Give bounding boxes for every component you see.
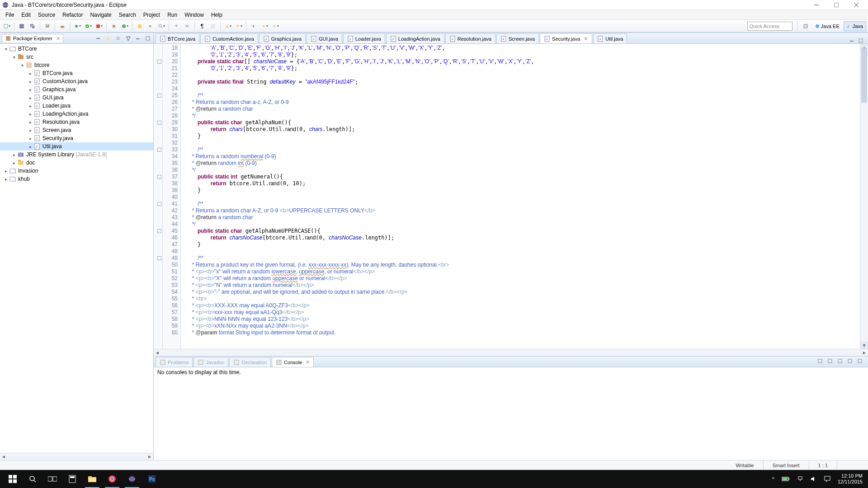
editor-hscroll[interactable]: ◄► (154, 349, 868, 356)
tree-expand-icon[interactable]: ▸ (27, 71, 33, 76)
new-button[interactable] (2, 21, 12, 31)
tray-battery-icon[interactable] (782, 476, 790, 482)
editor-marker-ruler[interactable] (154, 44, 163, 349)
collapse-all-icon[interactable] (94, 35, 102, 42)
maximize-view-icon[interactable] (144, 35, 151, 42)
bottom-tab-javadoc[interactable]: Javadoc (193, 357, 228, 367)
close-button[interactable] (850, 1, 863, 9)
open-task-button[interactable] (146, 21, 156, 31)
tree-node[interactable]: ▸JRE System Library [JavaSE-1.8] (0, 150, 153, 159)
min-icon[interactable] (847, 358, 854, 366)
search-taskbar-icon[interactable] (23, 470, 42, 488)
sidebar-hscroll[interactable]: ◄► (0, 453, 153, 460)
editor-tab[interactable]: JSecurity.java✕ (540, 33, 592, 43)
tree-node[interactable]: ▸khub (0, 175, 153, 183)
menu-file[interactable]: File (2, 11, 18, 19)
perspective-java[interactable]: JJava (844, 21, 866, 31)
search-button[interactable] (156, 21, 166, 31)
tree-node[interactable]: ▸JBTCore.java (0, 69, 153, 77)
menu-navigate[interactable]: Navigate (86, 11, 115, 19)
fold-toggle-icon[interactable]: - (157, 121, 161, 125)
save-button[interactable] (17, 21, 27, 31)
tree-expand-icon[interactable]: ▸ (27, 87, 33, 92)
editor-tab[interactable]: JBTCore.java (156, 33, 199, 43)
minimize-editor-icon[interactable] (849, 38, 855, 43)
start-button[interactable] (3, 470, 23, 488)
close-tab-icon[interactable]: ✕ (584, 36, 588, 42)
photoshop-taskbar-icon[interactable]: Ps (142, 470, 162, 488)
block-select-button[interactable] (208, 21, 218, 31)
bottom-tab-console[interactable]: Console✕ (272, 357, 314, 367)
tree-expand-icon[interactable]: ▸ (27, 79, 33, 84)
task-view-icon[interactable] (42, 470, 62, 488)
tree-node[interactable]: ▾src (0, 53, 153, 61)
close-tab-icon[interactable]: ✕ (306, 359, 310, 365)
editor-tab[interactable]: JResolution.java (445, 33, 495, 43)
tree-node[interactable]: ▸JGUI.java (0, 94, 153, 102)
debug-button[interactable] (72, 21, 82, 31)
tree-node[interactable]: ▸JGraphics.java (0, 85, 153, 94)
fold-toggle-icon[interactable]: - (157, 229, 161, 233)
scroll-down-icon[interactable]: ▼ (860, 342, 868, 349)
max-icon[interactable] (857, 358, 864, 366)
tree-node[interactable]: ▸doc (0, 159, 153, 167)
menu-edit[interactable]: Edit (18, 11, 34, 19)
editor-line-numbers[interactable]: 181920-2122232425-26272829-30313233-3435… (163, 44, 181, 349)
calculator-taskbar-icon[interactable] (62, 470, 82, 488)
tree-expand-icon[interactable]: ▸ (11, 160, 17, 165)
minimize-view-icon[interactable] (134, 35, 142, 42)
tree-expand-icon[interactable]: ▾ (3, 47, 9, 52)
display-icon[interactable] (827, 358, 835, 366)
tree-expand-icon[interactable]: ▸ (27, 120, 33, 125)
eclipse-taskbar-icon[interactable] (122, 470, 142, 488)
save-all-button[interactable] (28, 21, 38, 31)
package-explorer-tab[interactable]: Package Explorer ✕ (2, 34, 63, 42)
show-whitespace-button[interactable]: ¶ (197, 21, 207, 31)
editor-tab[interactable]: JLoadingAction.java (386, 33, 444, 43)
print-button[interactable] (42, 21, 52, 31)
build-button[interactable] (57, 21, 67, 31)
editor-code-area[interactable]: 'A','B','C','D','E','F','G','H','I','J',… (181, 44, 860, 349)
annotation-next-button[interactable] (234, 21, 244, 31)
tree-node[interactable]: ▸JLoadingAction.java (0, 110, 153, 118)
pin-icon[interactable] (817, 358, 825, 366)
fold-toggle-icon[interactable]: - (157, 202, 161, 206)
menu-help[interactable]: Help (208, 11, 226, 19)
new-package-button[interactable] (109, 21, 119, 31)
run-ext-button[interactable] (94, 21, 104, 31)
tree-node[interactable]: ▾btcore (0, 61, 153, 69)
forward-button[interactable] (270, 21, 280, 31)
editor-overview-ruler[interactable]: ▲ ▼ (860, 44, 868, 349)
close-icon[interactable]: ✕ (56, 36, 60, 42)
fold-toggle-icon[interactable]: - (157, 175, 161, 179)
tree-expand-icon[interactable]: ▸ (3, 177, 9, 182)
tray-network-icon[interactable] (797, 476, 803, 482)
tree-node[interactable]: ▸JSecurity.java (0, 134, 153, 142)
explorer-taskbar-icon[interactable] (82, 470, 102, 488)
menu-source[interactable]: Source (34, 11, 59, 19)
editor-tab[interactable]: JScreen.java (496, 33, 539, 43)
fold-toggle-icon[interactable]: - (157, 60, 161, 64)
back-button[interactable] (259, 21, 269, 31)
tree-node[interactable]: ▸JUtil.java (0, 142, 153, 150)
tree-node[interactable]: ▸Invasion (0, 167, 153, 175)
tree-expand-icon[interactable]: ▾ (19, 63, 25, 68)
menu-refactor[interactable]: Refactor (59, 11, 86, 19)
fold-toggle-icon[interactable]: - (157, 148, 161, 152)
focus-icon[interactable] (114, 35, 122, 42)
tree-expand-icon[interactable]: ▸ (27, 95, 33, 100)
menu-window[interactable]: Window (181, 11, 208, 19)
open-icon[interactable] (837, 358, 844, 366)
tray-action-center-icon[interactable] (824, 476, 830, 482)
tree-node[interactable]: ▸JResolution.java (0, 118, 153, 126)
editor-tab[interactable]: JGUI.java (307, 33, 342, 43)
package-tree[interactable]: ▾BTCore▾src▾btcore▸JBTCore.java▸JCustomA… (0, 44, 153, 453)
maximize-editor-icon[interactable] (858, 38, 864, 43)
open-type-button[interactable] (135, 21, 145, 31)
fold-toggle-icon[interactable]: - (157, 256, 161, 260)
menu-search[interactable]: Search (115, 11, 140, 19)
tree-expand-icon[interactable]: ▸ (27, 128, 33, 133)
tree-expand-icon[interactable]: ▾ (11, 55, 17, 60)
quick-access-input[interactable]: Quick Access (747, 22, 793, 31)
chrome-taskbar-icon[interactable] (102, 470, 122, 488)
